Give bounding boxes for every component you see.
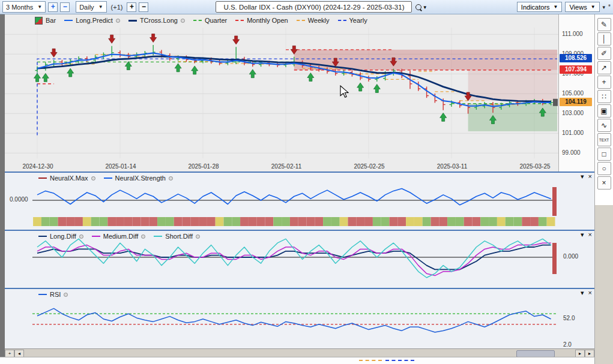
scroll-right-button[interactable]: ▸ <box>575 350 585 357</box>
dashed-swatch-icon <box>297 20 305 21</box>
legend-label: Yearly <box>349 17 367 24</box>
legend-dot-icon <box>91 176 95 181</box>
top-toolbar: 3 Months ▼ + − Daily ▼ (+1) + − U.S. Dol… <box>0 0 613 14</box>
close-panel-icon[interactable]: × <box>588 231 592 239</box>
caret-down-icon: ▼ <box>554 4 558 10</box>
pencil-tool-icon[interactable]: ✎ <box>597 18 611 31</box>
add-bar-button[interactable]: + <box>127 2 136 12</box>
close-panel-icon[interactable]: × <box>588 173 592 181</box>
line-swatch-icon <box>104 178 112 179</box>
legend-label: Quarter <box>205 17 227 24</box>
close-panel-icon[interactable]: × <box>588 289 592 297</box>
legend-item-short-diff[interactable]: Short.Diff <box>154 233 200 240</box>
neuralx-gutter: ▾ × <box>558 173 594 230</box>
legend-dot-icon <box>181 19 185 23</box>
legend-dot-icon <box>64 293 68 297</box>
rsi-chart[interactable] <box>5 289 558 348</box>
caret-down-icon: ▾ <box>423 4 426 10</box>
collapse-panel-icon[interactable]: ▾ <box>581 173 584 181</box>
legend-item-yearly[interactable]: Yearly <box>338 17 367 24</box>
scrollbar-thumb[interactable] <box>516 350 555 357</box>
price-tick: 111.000 <box>562 31 583 37</box>
collapse-panel-icon[interactable]: ▾ <box>581 289 584 297</box>
legend-item-monthly-open[interactable]: Monthly Open <box>235 17 288 24</box>
legend-label: Bar <box>46 17 56 24</box>
date-tick: 2025-01-14 <box>101 163 140 170</box>
rectangle-tool-icon[interactable]: □ <box>597 148 611 161</box>
views-button[interactable]: Views ▼ <box>565 2 599 12</box>
bar-swatch-icon <box>35 17 43 25</box>
scroll-left-button[interactable]: ◂ <box>14 350 24 357</box>
caret-down-icon: ▼ <box>37 4 42 10</box>
price-axis: 111.000109.000107.000105.000103.000101.0… <box>558 14 594 172</box>
legend-label: NeuralX.Max <box>50 175 88 182</box>
indicators-button[interactable]: Indicators ▼ <box>517 2 563 12</box>
note-tool-icon[interactable]: ▣ <box>597 104 611 118</box>
diff-panel: ▾ × 0.000 Long.Diff Medium.Diff <box>5 230 594 288</box>
legend-item-long-diff[interactable]: Long.Diff <box>38 233 83 240</box>
legend-dot-icon <box>196 234 200 239</box>
legend-item-bar[interactable]: Bar <box>35 17 56 25</box>
legend-item-medium-diff[interactable]: Medium.Diff <box>92 233 145 240</box>
scroll-page-right-button[interactable]: ▸ <box>585 350 594 357</box>
chart-title-box: U.S. Dollar IDX - Cash (DXY00) (2024-12-… <box>216 1 412 13</box>
rsi-tick-label: 52.0 <box>563 315 575 321</box>
price-tick: 103.000 <box>562 110 584 116</box>
period-select-value: 3 Months <box>6 4 33 11</box>
legend-label: Weekly <box>308 17 330 24</box>
legend-item-neuralx-strength[interactable]: NeuralX.Strength <box>104 175 173 182</box>
views-label: Views <box>569 4 587 11</box>
legend-item-quarter[interactable]: Quarter <box>193 17 227 24</box>
legend-label: RSI <box>50 291 61 298</box>
dashed-swatch-icon <box>193 20 202 21</box>
legend-item-neuralx-max[interactable]: NeuralX.Max <box>38 175 95 182</box>
panel-controls: ▾ × <box>581 289 592 297</box>
dashed-swatch-icon <box>338 20 346 21</box>
interval-select[interactable]: Daily ▼ <box>76 1 106 13</box>
date-tick: 2025-02-11 <box>267 163 306 170</box>
legend-item-tcross-long[interactable]: TCross.Long <box>128 17 185 24</box>
text-tool-icon[interactable]: TEXT <box>597 133 611 146</box>
favorite-star-icon[interactable]: * <box>608 4 611 10</box>
overflow-caret-icon[interactable]: ▾ <box>603 4 606 10</box>
trendline-tool-icon[interactable]: ↗ <box>597 61 611 74</box>
legend-item-rsi[interactable]: RSI <box>38 291 68 298</box>
price-badge: 104.119 <box>560 98 592 106</box>
panel-controls: ▾ × <box>581 231 592 239</box>
legend-item-weekly[interactable]: Weekly <box>297 17 330 24</box>
drawing-toolbar: ✎│✐↗+∷▣∿TEXT□○× <box>594 14 613 364</box>
line-swatch-icon <box>128 20 137 22</box>
legend-item-long-predict[interactable]: Long.Predict <box>64 17 120 24</box>
legend-label: Monthly Open <box>247 17 288 24</box>
wave-tool-icon[interactable]: ∿ <box>597 119 611 132</box>
price-tick: 105.000 <box>562 90 584 97</box>
zoom-out-button[interactable]: − <box>60 2 70 12</box>
main-price-chart[interactable] <box>5 14 558 162</box>
remove-bar-button[interactable]: − <box>139 2 148 12</box>
pen-tool-icon[interactable]: ✐ <box>597 47 611 60</box>
collapse-panel-icon[interactable]: ▾ <box>581 231 584 239</box>
price-tick: 99.000 <box>562 149 581 156</box>
legend-label: Medium.Diff <box>103 233 138 240</box>
scroll-add-button[interactable]: + <box>5 350 14 357</box>
offset-label: (+1) <box>109 4 125 11</box>
zero-value-label: 0.000 <box>563 253 578 260</box>
interval-select-value: Daily <box>79 4 94 11</box>
period-select[interactable]: 3 Months ▼ <box>2 1 46 13</box>
line-swatch-icon <box>64 20 73 21</box>
ellipse-tool-icon[interactable]: ○ <box>597 162 611 175</box>
scrollbar-track[interactable] <box>24 350 575 357</box>
rsi-gutter: ▾ × 52.0 2.0 <box>558 289 594 348</box>
date-tick: 2025-03-11 <box>432 163 472 170</box>
chart-title: U.S. Dollar IDX - Cash (DXY00) (2024-12-… <box>223 4 404 11</box>
cursor-tool-icon[interactable]: │ <box>597 32 611 46</box>
legend-label: TCross.Long <box>140 17 178 24</box>
line-swatch-icon <box>154 236 162 237</box>
line-swatch-icon <box>92 236 100 237</box>
close-tool-icon[interactable]: × <box>597 176 611 189</box>
crosshair-tool-icon[interactable]: + <box>597 76 611 89</box>
rsi-panel: ▾ × 52.0 2.0 RSI <box>5 288 594 348</box>
dots-tool-icon[interactable]: ∷ <box>597 90 611 103</box>
search-button[interactable]: ▾ <box>414 4 427 10</box>
zoom-in-button[interactable]: + <box>48 2 58 12</box>
